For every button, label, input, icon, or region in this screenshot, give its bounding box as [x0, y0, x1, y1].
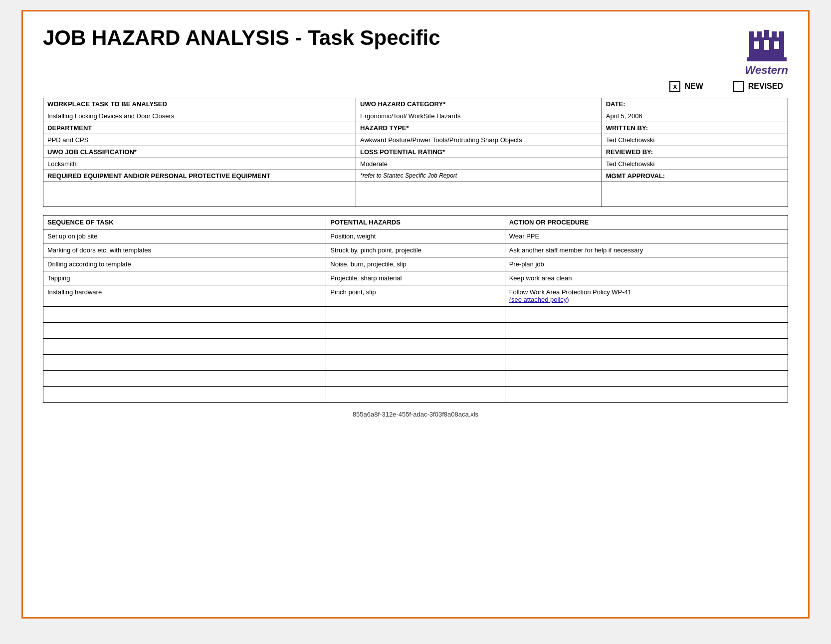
hazard-cell-1: Struck by, pinch point, projectile — [326, 243, 505, 257]
hazard-cell-8 — [326, 355, 505, 371]
col1-header: SEQUENCE OF TASK — [43, 215, 326, 229]
svg-rect-6 — [754, 41, 759, 49]
ppe-value — [43, 182, 356, 207]
svg-rect-7 — [764, 40, 769, 50]
hazard-cell-10 — [326, 387, 505, 403]
new-status: x NEW — [669, 81, 703, 92]
col2-header: POTENTIAL HAZARDS — [326, 215, 505, 229]
workplace-task-label: WORKPLACE TASK TO BE ANALYSED — [43, 98, 356, 110]
svg-rect-2 — [764, 30, 769, 37]
workplace-task-value: Installing Locking Devices and Door Clos… — [43, 110, 356, 122]
action-cell-0: Wear PPE — [505, 229, 788, 243]
svg-rect-3 — [772, 31, 777, 37]
western-logo-icon — [747, 29, 787, 64]
task-table: SEQUENCE OF TASK POTENTIAL HAZARDS ACTIO… — [43, 215, 788, 403]
action-cell-3: Keep work area clean — [505, 271, 788, 285]
date-label: DATE: — [602, 98, 788, 110]
hazard-type-value: Awkward Posture/Power Tools/Protruding S… — [356, 134, 602, 146]
action-cell-8 — [505, 355, 788, 371]
hazard-cell-0: Position, weight — [326, 229, 505, 243]
uwo-job-value: Locksmith — [43, 158, 356, 170]
task-cell-10 — [43, 387, 326, 403]
svg-rect-4 — [779, 31, 784, 37]
revised-label: REVISED — [748, 82, 783, 91]
task-cell-5 — [43, 307, 326, 323]
action-cell-9 — [505, 371, 788, 387]
action-cell-1: Ask another staff member for help if nec… — [505, 243, 788, 257]
task-cell-8 — [43, 355, 326, 371]
hazard-type-label: HAZARD TYPE* — [356, 122, 602, 134]
loss-potential-value: Moderate — [356, 158, 602, 170]
hazard-cell-5 — [326, 307, 505, 323]
department-value: PPD and CPS — [43, 134, 356, 146]
col3-header: ACTION OR PROCEDURE — [505, 215, 788, 229]
written-by-value: Ted Chelchowski — [602, 134, 788, 146]
reviewed-by-label: REVIEWED BY: — [602, 146, 788, 158]
status-row: x NEW REVISED — [43, 81, 788, 92]
hazard-cell-3: Projectile, sharp material — [326, 271, 505, 285]
page-wrapper: JOB HAZARD ANALYSIS - Task Specific — [21, 10, 810, 619]
mgmt-label: MGMT APPROVAL: — [602, 170, 788, 182]
action-cell-6 — [505, 323, 788, 339]
revised-checkbox — [733, 81, 744, 92]
footer-text: 855a6a8f-312e-455f-adac-3f03f8a08aca.xls — [43, 411, 788, 418]
task-cell-9 — [43, 371, 326, 387]
reviewed-by-value: Ted Chelchowski — [602, 158, 788, 170]
ppe-label: REQUIRED EQUIPMENT AND/OR PERSONAL PROTE… — [43, 170, 356, 182]
policy-link[interactable]: (see attached policy) — [509, 296, 569, 303]
svg-rect-9 — [747, 57, 787, 61]
uwo-hazard-label: UWO HAZARD CATEGORY* — [356, 98, 602, 110]
task-cell-2: Drilling according to template — [43, 257, 326, 271]
action-cell-7 — [505, 339, 788, 355]
loss-potential-label: LOSS POTENTIAL RATING* — [356, 146, 602, 158]
date-value: April 5, 2006 — [602, 110, 788, 122]
task-cell-3: Tapping — [43, 271, 326, 285]
new-checkbox: x — [669, 81, 680, 92]
revised-status: REVISED — [733, 81, 783, 92]
action-cell-2: Pre-plan job — [505, 257, 788, 271]
svg-rect-8 — [774, 41, 779, 49]
task-cell-4: Installing hardware — [43, 285, 326, 307]
written-by-label: WRITTEN BY: — [602, 122, 788, 134]
uwo-hazard-value: Ergonomic/Tool/ WorkSite Hazards — [356, 110, 602, 122]
uwo-job-label: UWO JOB CLASSIFICATION* — [43, 146, 356, 158]
hazard-cell-2: Noise, burn, projectile, slip — [326, 257, 505, 271]
main-title: JOB HAZARD ANALYSIS - Task Specific — [43, 26, 440, 49]
new-label: NEW — [684, 82, 703, 91]
task-cell-1: Marking of doors etc, with templates — [43, 243, 326, 257]
logo-area: Western — [745, 29, 788, 77]
hazard-cell-4: Pinch point, slip — [326, 285, 505, 307]
stantec-label: *refer to Stantec Specific Job Report — [356, 170, 602, 182]
hazard-cell-6 — [326, 323, 505, 339]
mgmt-value — [602, 182, 788, 207]
department-label: DEPARTMENT — [43, 122, 356, 134]
task-cell-0: Set up on job site — [43, 229, 326, 243]
task-cell-6 — [43, 323, 326, 339]
info-grid: WORKPLACE TASK TO BE ANALYSED UWO HAZARD… — [43, 98, 788, 207]
action-cell-4: Follow Work Area Protection Policy WP-41… — [505, 285, 788, 307]
header-section: JOB HAZARD ANALYSIS - Task Specific — [43, 26, 788, 77]
svg-rect-0 — [749, 31, 754, 37]
action-cell-5 — [505, 307, 788, 323]
hazard-cell-7 — [326, 339, 505, 355]
svg-rect-1 — [757, 31, 762, 37]
stantec-value — [356, 182, 602, 207]
task-cell-7 — [43, 339, 326, 355]
hazard-cell-9 — [326, 371, 505, 387]
action-cell-10 — [505, 387, 788, 403]
logo-text: Western — [745, 64, 788, 77]
